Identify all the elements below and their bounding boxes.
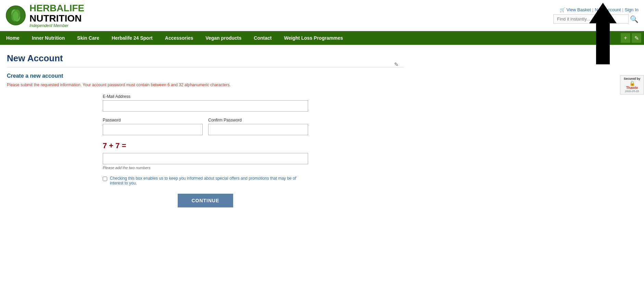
captcha-hint: Please add the two numbers: [103, 166, 308, 170]
continue-button[interactable]: CONTINUE: [178, 194, 233, 207]
logo-area: HERBALIFE NUTRITION Independent Member: [5, 3, 84, 28]
confirm-password-group: Confirm Password: [208, 118, 308, 135]
newsletter-label: Checking this box enables us to keep you…: [110, 176, 301, 186]
nav-add-button[interactable]: +: [621, 33, 630, 43]
secured-logo-icon: 🔒: [622, 80, 642, 86]
captcha-group: 7 + 7 = Please add the two numbers: [103, 141, 308, 170]
secured-title: Secured by: [622, 77, 642, 80]
password-group: Password: [103, 118, 203, 135]
herbalife-logo-icon: [5, 5, 26, 26]
sign-in-link[interactable]: Sign In: [625, 7, 639, 12]
nav-item-vegan-products[interactable]: Vegan products: [199, 31, 248, 45]
nav-item-skin-care[interactable]: Skin Care: [71, 31, 105, 45]
basket-icon: 🛒: [560, 7, 565, 12]
search-area: 🔍: [553, 14, 639, 24]
logo-line1: HERBALIFE: [29, 3, 84, 14]
password-label: Password: [103, 118, 203, 123]
nav-item-accessories[interactable]: Accessories: [159, 31, 200, 45]
secured-brand: Thawte: [622, 86, 642, 90]
section-title: Create a new account: [7, 73, 404, 79]
confirm-password-label: Confirm Password: [208, 118, 308, 123]
password-input[interactable]: [103, 124, 203, 135]
page-header-area: New Account ✎: [7, 53, 404, 67]
password-row: Password Confirm Password: [103, 118, 308, 135]
info-text-plain: Please submit the requested information.…: [7, 82, 167, 87]
header: HERBALIFE NUTRITION Independent Member 🛒…: [0, 0, 644, 31]
captcha-equation: 7 + 7 =: [103, 141, 308, 150]
logo-line2: NUTRITION: [29, 14, 84, 23]
page-title: New Account: [7, 53, 404, 67]
nav-item-contact[interactable]: Contact: [248, 31, 278, 45]
info-text: Please submit the requested information.…: [7, 82, 404, 87]
svg-point-3: [13, 11, 18, 21]
logo-sub: Independent Member: [29, 23, 84, 28]
info-text-highlighted: 6 and 32 alphanumeric characters: [167, 82, 229, 87]
nav-item-herbalife-24-sport[interactable]: Herbalife 24 Sport: [105, 31, 159, 45]
confirm-password-input[interactable]: [208, 124, 308, 135]
navigation: Home Inner Nutrition Skin Care Herbalife…: [0, 31, 644, 45]
nav-item-home[interactable]: Home: [0, 31, 26, 45]
continue-button-container: CONTINUE: [103, 194, 308, 207]
secured-date: 2020-05-05: [622, 90, 642, 93]
email-group: E-Mail Address: [103, 94, 308, 112]
search-button[interactable]: 🔍: [630, 15, 639, 23]
header-links: 🛒 View Basket | New Account | Sign In: [560, 7, 639, 12]
newsletter-checkbox-group: Checking this box enables us to keep you…: [103, 176, 301, 186]
view-basket-link[interactable]: View Basket: [567, 7, 591, 12]
header-right: 🛒 View Basket | New Account | Sign In 🔍: [553, 7, 639, 24]
logo-text: HERBALIFE NUTRITION Independent Member: [29, 3, 84, 28]
nav-edit-button[interactable]: ✎: [632, 33, 641, 43]
new-account-link[interactable]: New Account: [595, 7, 621, 12]
nav-right-icons: + ✎: [621, 33, 644, 43]
captcha-input[interactable]: [103, 153, 308, 164]
nav-item-weight-loss[interactable]: Weight Loss Programmes: [278, 31, 349, 45]
search-input[interactable]: [553, 14, 629, 24]
email-label: E-Mail Address: [103, 94, 308, 99]
email-input[interactable]: [103, 100, 308, 112]
newsletter-checkbox[interactable]: [103, 177, 107, 181]
secured-badge: Secured by 🔒 Thawte 2020-05-05: [620, 75, 644, 94]
info-text-end: .: [229, 82, 230, 87]
nav-item-inner-nutrition[interactable]: Inner Nutrition: [26, 31, 71, 45]
main-content: New Account ✎ Create a new account Pleas…: [0, 45, 411, 216]
page-edit-icon[interactable]: ✎: [394, 61, 399, 68]
account-form: E-Mail Address Password Confirm Password…: [103, 94, 308, 207]
